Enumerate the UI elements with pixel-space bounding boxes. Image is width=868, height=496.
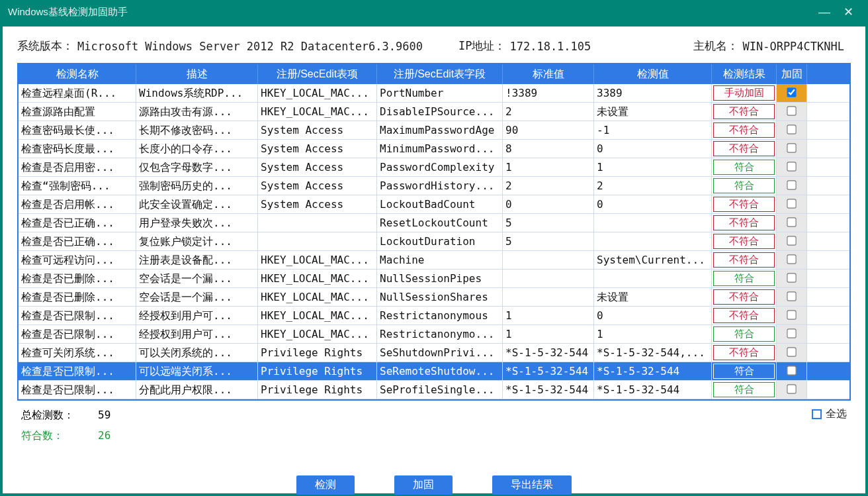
harden-checkbox-cell[interactable] (777, 344, 807, 362)
os-label: 系统版本： (17, 38, 73, 54)
harden-checkbox[interactable] (787, 124, 796, 134)
cell: 2 (503, 177, 594, 195)
table-row[interactable]: 检查“强制密码...强制密码历史的...System AccessPasswor… (19, 177, 849, 195)
cell: LockoutDuration (377, 232, 503, 250)
harden-checkbox-cell[interactable] (777, 381, 807, 399)
harden-checkbox-cell[interactable] (777, 307, 807, 324)
harden-checkbox[interactable] (787, 180, 796, 189)
harden-checkbox-cell[interactable] (777, 214, 807, 232)
cell: 检查是否已正确... (19, 214, 136, 232)
th-val[interactable]: 检测值 (594, 64, 712, 84)
cell: *S-1-5-32-544 (503, 362, 594, 380)
harden-checkbox-cell[interactable] (777, 288, 807, 306)
harden-checkbox-cell[interactable] (777, 158, 807, 176)
harden-checkbox[interactable] (787, 254, 796, 264)
cell: 注册表是设备配... (136, 251, 258, 269)
cell: System Access (258, 140, 377, 158)
harden-checkbox[interactable] (787, 310, 796, 319)
cell: *S-1-5-32-544 (503, 344, 594, 362)
table-row[interactable]: 检查可远程访问...注册表是设备配...HKEY_LOCAL_MAC...Mac… (19, 251, 849, 270)
cell: 90 (503, 121, 594, 139)
cell: *S-1-5-32-544 (503, 381, 594, 399)
close-icon[interactable]: ✕ (836, 5, 860, 19)
th-desc[interactable]: 描述 (136, 64, 258, 84)
harden-checkbox-cell[interactable] (777, 195, 807, 213)
harden-checkbox[interactable] (787, 236, 796, 245)
info-row: 系统版本： Microsoft Windows Server 2012 R2 D… (3, 26, 865, 63)
cell: System Access (258, 121, 377, 139)
th-reg[interactable]: 注册/SecEdit表项 (258, 64, 377, 84)
result-cell: 不符合 (712, 103, 777, 121)
select-all[interactable]: 全选 (812, 407, 847, 421)
cell: 检查是否启用密... (19, 158, 136, 176)
cell: HKEY_LOCAL_MAC... (258, 84, 377, 102)
harden-checkbox[interactable] (787, 199, 796, 208)
table-row[interactable]: 检查可关闭系统...可以关闭系统的...Privilege RightsSeSh… (19, 344, 849, 362)
cell: HKEY_LOCAL_MAC... (258, 288, 377, 306)
harden-checkbox-cell[interactable] (777, 140, 807, 158)
harden-checkbox-cell[interactable] (777, 325, 807, 343)
table-row[interactable]: 检查是否已删除...空会话是一个漏...HKEY_LOCAL_MAC...Nul… (19, 270, 849, 288)
harden-checkbox[interactable] (787, 366, 796, 375)
table-row[interactable]: 检查是否已正确...复位账户锁定计...LockoutDuration5不符合 (19, 232, 849, 251)
harden-checkbox[interactable] (787, 162, 796, 171)
table-row[interactable]: 检查远程桌面(R...Windows系统RDP...HKEY_LOCAL_MAC… (19, 84, 849, 103)
table-row[interactable]: 检查密码长度最...长度小的口令存...System AccessMinimum… (19, 140, 849, 158)
harden-checkbox[interactable] (787, 87, 796, 97)
cell: 1 (503, 325, 594, 343)
harden-button[interactable]: 加固 (394, 475, 453, 495)
cell: Restrictanonymous (377, 307, 503, 324)
harden-checkbox-cell[interactable] (777, 251, 807, 269)
table-row[interactable]: 检查是否已限制...分配此用户权限...Privilege RightsSePr… (19, 381, 849, 399)
harden-checkbox[interactable] (787, 106, 796, 115)
harden-checkbox-cell[interactable] (777, 232, 807, 250)
result-cell: 不符合 (712, 195, 777, 213)
table-row[interactable]: 检查源路由配置源路由攻击有源...HKEY_LOCAL_MAC...Disabl… (19, 103, 849, 121)
harden-checkbox[interactable] (787, 347, 796, 356)
table-row[interactable]: 检查密码最长使...长期不修改密码...System AccessMaximum… (19, 121, 849, 140)
cell: HKEY_LOCAL_MAC... (258, 103, 377, 121)
ip-value: 172.18.1.105 (509, 40, 591, 53)
table-row[interactable]: 检查是否已限制...经授权到用户可...HKEY_LOCAL_MAC...Res… (19, 307, 849, 325)
table-row[interactable]: 检查是否启用密...仅包含字母数字...System AccessPasswor… (19, 158, 849, 177)
harden-checkbox[interactable] (787, 328, 796, 338)
th-name[interactable]: 检测名称 (19, 64, 136, 84)
harden-checkbox[interactable] (787, 384, 796, 393)
cell: 仅包含字母数字... (136, 158, 258, 176)
result-cell: 不符合 (712, 251, 777, 269)
harden-checkbox[interactable] (787, 273, 796, 282)
harden-checkbox[interactable] (787, 291, 796, 301)
minimize-icon[interactable]: — (812, 5, 836, 19)
table-row[interactable]: 检查是否已限制...可以远端关闭系...Privilege RightsSeRe… (19, 362, 849, 381)
harden-checkbox-cell[interactable] (777, 84, 807, 102)
cell: Machine (377, 251, 503, 269)
table-row[interactable]: 检查是否已删除...空会话是一个漏...HKEY_LOCAL_MAC...Nul… (19, 288, 849, 307)
result-cell: 符合 (712, 381, 777, 399)
cell: MaximumPasswordAge (377, 121, 503, 139)
harden-checkbox-cell[interactable] (777, 362, 807, 380)
result-cell: 不符合 (712, 232, 777, 250)
detect-button[interactable]: 检测 (296, 475, 355, 495)
table-body[interactable]: 检查远程桌面(R...Windows系统RDP...HKEY_LOCAL_MAC… (19, 84, 849, 399)
select-all-checkbox-icon[interactable] (812, 409, 822, 419)
harden-checkbox-cell[interactable] (777, 270, 807, 287)
cell: LockoutBadCount (377, 195, 503, 213)
export-button[interactable]: 导出结果 (492, 475, 572, 495)
cell: 检查密码长度最... (19, 140, 136, 158)
harden-checkbox-cell[interactable] (777, 177, 807, 195)
table-row[interactable]: 检查是否启用帐...此安全设置确定...System AccessLockout… (19, 195, 849, 214)
cell: System\Current... (594, 251, 712, 269)
th-result[interactable]: 检测结果 (712, 64, 777, 84)
harden-checkbox-cell[interactable] (777, 121, 807, 139)
os-value: Microsoft Windows Server 2012 R2 Datacen… (77, 40, 423, 53)
cell: 0 (594, 195, 712, 213)
harden-checkbox-cell[interactable] (777, 103, 807, 121)
cell: 此安全设置确定... (136, 195, 258, 213)
th-harden[interactable]: 加固 (777, 64, 807, 84)
table-row[interactable]: 检查是否已限制...经授权到用户可...HKEY_LOCAL_MAC...Res… (19, 325, 849, 344)
harden-checkbox[interactable] (787, 143, 796, 152)
harden-checkbox[interactable] (787, 217, 796, 226)
table-row[interactable]: 检查是否已正确...用户登录失败次...ResetLockoutCount5不符… (19, 214, 849, 232)
th-std[interactable]: 标准值 (503, 64, 594, 84)
th-field[interactable]: 注册/SecEdit表字段 (377, 64, 503, 84)
